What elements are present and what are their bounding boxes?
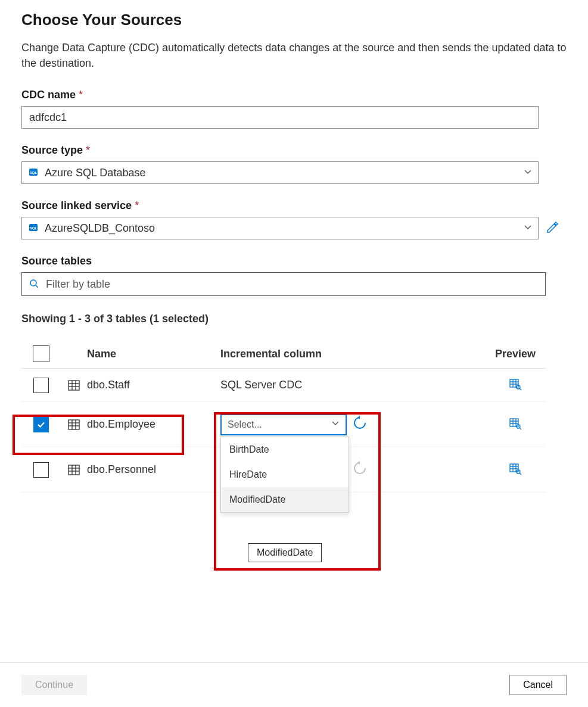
preview-icon[interactable] <box>509 462 522 477</box>
row-checkbox[interactable] <box>33 462 49 478</box>
svg-line-29 <box>519 428 521 429</box>
dropdown-option[interactable]: HireDate <box>221 462 349 487</box>
page-title: Choose Your Sources <box>21 11 567 29</box>
svg-text:SQL: SQL <box>30 171 38 175</box>
dropdown-option[interactable]: BirthDate <box>221 437 349 462</box>
row-checkbox[interactable] <box>33 417 49 432</box>
page-description: Change Data Capture (CDC) automatically … <box>21 40 567 71</box>
edit-icon[interactable] <box>546 221 559 236</box>
svg-line-41 <box>519 473 521 475</box>
source-tables-label: Source tables <box>21 255 567 267</box>
row-name: dbo.Staff <box>87 379 220 391</box>
source-linked-service-select[interactable]: SQL AzureSQLDB_Contoso <box>21 217 539 239</box>
cdc-name-input[interactable] <box>21 106 539 129</box>
chevron-down-icon <box>524 168 532 178</box>
svg-line-5 <box>36 285 38 288</box>
svg-rect-18 <box>69 420 79 429</box>
source-type-select[interactable]: SQL Azure SQL Database <box>21 161 539 184</box>
cdc-name-label: CDC name * <box>21 89 567 101</box>
refresh-icon <box>353 461 367 478</box>
preview-icon[interactable] <box>509 417 522 432</box>
database-icon: SQL <box>28 167 39 179</box>
row-checkbox[interactable] <box>33 378 49 393</box>
incremental-dropdown: BirthDate HireDate ModifiedDate <box>220 437 349 513</box>
table-icon <box>61 418 87 431</box>
footer: Continue Cancel <box>0 662 588 695</box>
select-placeholder: Select... <box>228 419 331 430</box>
table-icon <box>61 379 87 392</box>
header-preview: Preview <box>485 348 546 360</box>
table-row: dbo.Employee Select... BirthDate HireDat… <box>21 402 546 447</box>
svg-rect-6 <box>69 381 79 390</box>
refresh-icon[interactable] <box>353 416 367 433</box>
row-name: dbo.Personnel <box>87 463 220 476</box>
chevron-down-icon <box>524 223 532 233</box>
source-type-value: Azure SQL Database <box>45 167 524 179</box>
filter-table-input[interactable]: Filter by table <box>21 272 546 296</box>
chevron-down-icon <box>331 418 340 431</box>
incremental-column-select[interactable]: Select... BirthDate HireDate ModifiedDat… <box>220 414 347 435</box>
table-header: Name Incremental column Preview <box>21 340 546 369</box>
select-all-checkbox[interactable] <box>33 345 49 362</box>
svg-point-4 <box>30 280 36 286</box>
continue-button: Continue <box>21 675 87 695</box>
source-linked-service-label: Source linked service * <box>21 200 567 212</box>
row-incremental: SQL Server CDC <box>220 379 485 391</box>
svg-text:SQL: SQL <box>30 226 38 230</box>
preview-icon[interactable] <box>509 378 522 393</box>
header-name: Name <box>87 348 220 360</box>
search-icon <box>29 279 40 289</box>
row-name: dbo.Employee <box>87 418 220 431</box>
source-linked-service-value: AzureSQLDB_Contoso <box>45 222 524 235</box>
svg-rect-30 <box>69 465 79 475</box>
source-type-label: Source type * <box>21 144 567 157</box>
database-icon: SQL <box>28 222 39 235</box>
filter-placeholder: Filter by table <box>46 278 110 291</box>
dropdown-option[interactable]: ModifiedDate <box>221 487 349 512</box>
header-incremental: Incremental column <box>220 348 485 360</box>
tooltip: ModifiedDate <box>248 543 322 562</box>
svg-line-17 <box>519 388 521 390</box>
result-count: Showing 1 - 3 of 3 tables (1 selected) <box>21 313 567 325</box>
cancel-button[interactable]: Cancel <box>509 675 567 695</box>
table-row: dbo.Staff SQL Server CDC <box>21 369 546 402</box>
table-icon <box>61 463 87 476</box>
